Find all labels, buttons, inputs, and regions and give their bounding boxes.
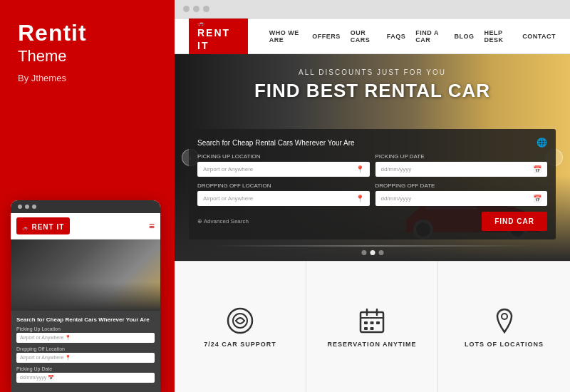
svg-rect-8: [376, 321, 380, 324]
svg-rect-9: [364, 327, 368, 330]
nav-our-cars[interactable]: OUR CARS: [351, 29, 377, 43]
hero-title: FIND BEST RENTAL CAR: [175, 80, 570, 102]
mobile-dot-3: [32, 205, 36, 209]
hero-subtitle: ALL DISCOUNTS JUST FOR YOU: [175, 68, 570, 76]
site-header: 🚗 RENT IT WHO WE ARE OFFERS OUR CARS FAQ…: [175, 19, 570, 54]
mobile-dot-1: [18, 205, 22, 209]
hero-dot-1[interactable]: [361, 250, 366, 255]
nav-blog[interactable]: BLOG: [454, 33, 474, 40]
dropoff-location-label: Dropping Off Location: [197, 182, 370, 189]
pickup-date-group: Picking Up Date dd/mm/yyyy 📅: [375, 153, 548, 177]
browser-chrome: [175, 0, 570, 19]
mobile-top-bar: [11, 200, 160, 213]
nav-contact[interactable]: CONTACT: [522, 33, 556, 40]
site-nav: WHO WE ARE OFFERS OUR CARS FAQS FIND A C…: [269, 29, 556, 43]
feature-locations: LOTS OF LOCATIONS: [438, 262, 570, 392]
hero-dot-2[interactable]: [370, 250, 375, 255]
pickup-date-input[interactable]: dd/mm/yyyy 📅: [375, 162, 548, 177]
browser-dot-3: [203, 6, 209, 12]
mobile-field2-input[interactable]: Airport or Anywhere 📍: [16, 353, 155, 363]
search-globe-icon: 🌐: [537, 138, 547, 148]
search-fields-row-1: Picking Up Location Airport or Anywhere …: [197, 153, 547, 177]
pickup-location-label: Picking Up Location: [197, 153, 370, 160]
dropoff-pin-icon: 📍: [356, 195, 364, 202]
svg-rect-10: [370, 327, 374, 330]
mobile-search-title: Search for Cheap Rental Cars Wherever Yo…: [16, 316, 155, 323]
desktop-site: 🚗 RENT IT WHO WE ARE OFFERS OUR CARS FAQ…: [175, 19, 570, 392]
right-panel: 🚗 RENT IT WHO WE ARE OFFERS OUR CARS FAQ…: [175, 0, 570, 392]
brand-title: Rentit: [18, 21, 157, 44]
search-form: Search for Cheap Rental Cars Wherever Yo…: [189, 129, 556, 239]
browser-dot-2: [193, 6, 200, 12]
mobile-hamburger-icon[interactable]: ≡: [149, 221, 155, 231]
hero-dot-3[interactable]: [378, 250, 383, 255]
mobile-hero: [11, 239, 160, 311]
hero-section: ALL DISCOUNTS JUST FOR YOU FIND BEST REN…: [175, 54, 570, 261]
features-section: 7/24 CAR SUPPORT RESERVATION ANYTIME: [175, 261, 570, 392]
mobile-field3-input[interactable]: dd/mm/yyyy 📅: [16, 373, 155, 383]
feature-car-support-label: 7/24 CAR SUPPORT: [204, 341, 276, 348]
search-form-title: Search for Cheap Rental Cars Wherever Yo…: [197, 139, 355, 147]
mobile-search-box: Search for Cheap Rental Cars Wherever Yo…: [11, 311, 160, 392]
mobile-mockup: 🚗 RENT IT ≡ Search for Cheap Rental Cars…: [11, 200, 160, 392]
mobile-logo: 🚗 RENT IT: [16, 217, 70, 234]
nav-find-car[interactable]: FIND A CAR: [415, 29, 444, 43]
location-icon: [490, 306, 519, 335]
pickup-location-input[interactable]: Airport or Anywhere 📍: [197, 162, 370, 177]
search-fields-row-2: Dropping Off Location Airport or Anywher…: [197, 182, 547, 206]
advanced-search-link[interactable]: ⊕ Advanced Search: [197, 218, 249, 225]
mobile-pin-icon: 📍: [65, 335, 71, 340]
svg-rect-7: [370, 321, 374, 324]
feature-reservation-label: RESERVATION ANYTIME: [327, 341, 416, 348]
svg-rect-6: [364, 321, 368, 324]
browser-dot-1: [183, 6, 190, 12]
mobile-field1-label: Picking Up Location: [16, 326, 155, 331]
mobile-dot-2: [25, 205, 29, 209]
pickup-date-label: Picking Up Date: [375, 153, 548, 160]
dropoff-date-group: Dropping Off Date dd/mm/yyyy 📅: [375, 182, 548, 206]
nav-offers[interactable]: OFFERS: [312, 33, 341, 40]
find-car-button[interactable]: FIND CAR: [482, 212, 547, 231]
feature-car-support: 7/24 CAR SUPPORT: [175, 262, 306, 392]
dropoff-location-group: Dropping Off Location Airport or Anywher…: [197, 182, 370, 206]
feature-locations-label: LOTS OF LOCATIONS: [465, 341, 544, 348]
mobile-field3-label: Picking Up Date: [16, 366, 155, 371]
site-logo-text: RENT IT: [197, 27, 230, 51]
feature-reservation: RESERVATION ANYTIME: [306, 262, 438, 392]
mobile-logo-car-icon: 🚗: [22, 225, 28, 230]
hero-road-lines: [214, 245, 531, 247]
left-panel: Rentit Theme By Jthemes 🚗 RENT IT ≡ Sear…: [0, 0, 175, 392]
nav-faqs[interactable]: FAQS: [387, 33, 406, 40]
pickup-calendar-icon: 📅: [533, 165, 542, 173]
mobile-hero-road: [11, 282, 160, 311]
brand-subtitle: Theme: [18, 47, 157, 66]
pickup-pin-icon: 📍: [356, 165, 364, 173]
site-logo: 🚗 RENT IT: [189, 19, 248, 56]
dropoff-date-input[interactable]: dd/mm/yyyy 📅: [375, 191, 548, 206]
search-form-footer: ⊕ Advanced Search FIND CAR: [197, 212, 547, 231]
hero-dots: [361, 250, 383, 255]
dropoff-date-label: Dropping Off Date: [375, 182, 548, 189]
svg-point-0: [228, 309, 252, 333]
dropoff-calendar-icon: 📅: [533, 195, 542, 202]
mobile-logo-text: RENT IT: [31, 223, 64, 231]
dropoff-location-input[interactable]: Airport or Anywhere 📍: [197, 191, 370, 206]
search-form-header: Search for Cheap Rental Cars Wherever Yo…: [197, 138, 547, 148]
mobile-field1-input[interactable]: Airport or Anywhere 📍: [16, 333, 155, 343]
mobile-header: 🚗 RENT IT ≡: [11, 213, 160, 239]
svg-point-11: [502, 314, 507, 319]
mobile-calendar-icon: 📅: [48, 375, 54, 380]
calendar-icon: [358, 306, 386, 335]
hero-text: ALL DISCOUNTS JUST FOR YOU FIND BEST REN…: [175, 68, 570, 102]
site-logo-car-icon: 🚗: [197, 20, 239, 26]
nav-help-desk[interactable]: HELP DESK: [484, 29, 512, 43]
mobile-pin2-icon: 📍: [65, 355, 71, 360]
mobile-field2-label: Dropping Off Location: [16, 346, 155, 351]
nav-who-we-are[interactable]: WHO WE ARE: [269, 29, 302, 43]
pickup-location-group: Picking Up Location Airport or Anywhere …: [197, 153, 370, 177]
car-support-icon: [226, 306, 254, 335]
brand-by: By Jthemes: [18, 73, 157, 83]
